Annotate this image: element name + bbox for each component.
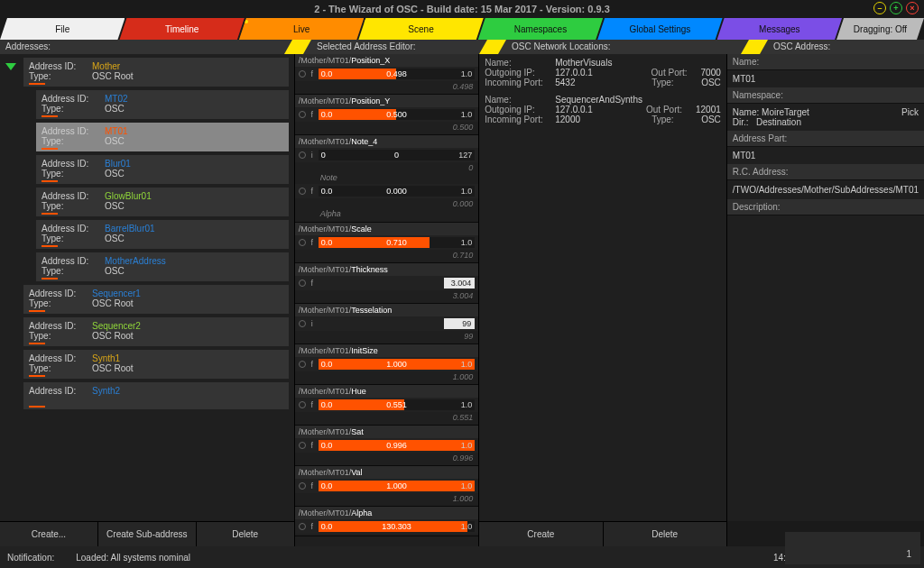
tab-namespaces[interactable]: Namespaces <box>478 18 603 40</box>
title-bar: 2 - The Wizard of OSC - Build date: 15 M… <box>0 0 924 18</box>
param-slider[interactable]: 0.01.0001.0 <box>319 359 476 370</box>
param-enable-radio[interactable] <box>299 111 306 118</box>
rc-address-label: R.C. Address: <box>727 164 924 180</box>
tab-global-settings[interactable]: Global Settings <box>597 18 722 40</box>
param-hue: /Mother/MT01/Huef0.00.5511.00.551 <box>295 385 479 426</box>
editor-header: Selected Address Editor: <box>311 40 506 54</box>
osc-name-label: Name: <box>727 54 924 70</box>
param-sat: /Mother/MT01/Satf0.00.9961.00.996 <box>295 426 479 466</box>
param-enable-radio[interactable] <box>299 279 306 287</box>
maximize-icon[interactable]: + <box>890 2 902 14</box>
minimize-icon[interactable]: – <box>873 2 886 14</box>
param-enable-radio[interactable] <box>299 482 306 490</box>
address-item[interactable]: Address ID:MT02Type:OSC <box>36 90 289 119</box>
param-slider[interactable]: 0.00.7101.0 <box>319 237 476 248</box>
notification-text: Loaded: All systems nominal <box>76 553 190 563</box>
param-initsize: /Mother/MT01/InitSizef0.01.0001.01.000 <box>295 344 479 385</box>
namespace-dir: Destination <box>756 117 801 127</box>
param-enable-radio[interactable] <box>299 401 306 408</box>
osc-address-panel: Name: MT01 Namespace: Name: MoireTarget … <box>727 54 924 546</box>
param-enable-radio[interactable] <box>299 361 306 368</box>
address-item[interactable]: Address ID:MotherAddressType:OSC <box>36 252 289 281</box>
tab-messages[interactable]: Messages <box>717 18 842 40</box>
pick-namespace-button[interactable]: Pick <box>901 107 919 127</box>
dragging-toggle[interactable]: Dragging: Off <box>836 18 924 40</box>
tab-file[interactable]: File <box>0 18 125 40</box>
address-item[interactable]: Address ID:Sequencer1Type:OSC Root <box>23 285 289 314</box>
param-position_x: /Mother/MT01/Position_Xf0.00.4981.00.498 <box>295 54 479 95</box>
param-slider[interactable]: 0.00.5511.0 <box>319 399 476 410</box>
page-indicator: 1 <box>785 532 920 564</box>
namespace-name: MoireTarget <box>762 107 809 117</box>
address-item[interactable]: Address ID:MotherType:OSC Root <box>23 58 289 87</box>
rc-address-value: /TWO/Addresses/Mother/SubAddresses/MT01 <box>727 180 924 199</box>
param-slider[interactable]: 0.00.9961.0 <box>319 440 476 451</box>
address-item[interactable]: Address ID:BarrelBlur01Type:OSC <box>36 220 289 249</box>
param-slider[interactable]: 00127 <box>319 150 476 160</box>
description-label: Description: <box>727 199 924 215</box>
tab-live[interactable]: Live <box>239 18 364 40</box>
address-part-label: Address Part: <box>727 131 924 147</box>
network-delete-button[interactable]: Delete <box>604 522 726 546</box>
tab-timeline[interactable]: Timeline <box>119 18 244 40</box>
network-location[interactable]: Name:SequencerAndSynthsOutgoing IP:127.0… <box>485 95 721 124</box>
window-title: 2 - The Wizard of OSC - Build date: 15 M… <box>314 4 610 14</box>
osc-address-header: OSC Address: <box>768 40 924 54</box>
param-scale: /Mother/MT01/Scalef0.00.7101.00.710 <box>295 223 479 263</box>
create-button[interactable]: Create... <box>0 522 98 546</box>
param-slider[interactable]: 0.01.0001.0 <box>319 481 476 491</box>
address-item[interactable]: Address ID:Blur01Type:OSC <box>36 155 289 184</box>
param-slider[interactable]: 0.0130.3031.0 <box>319 521 476 532</box>
address-item[interactable]: Address ID:Synth2 <box>23 382 289 409</box>
param-thickness: /Mother/MT01/Thicknessf3.0043.004 <box>295 263 479 304</box>
param-enable-radio[interactable] <box>299 320 306 327</box>
param-slider[interactable]: 0.00.4981.0 <box>319 69 476 79</box>
param-slider[interactable]: 0.00.0001.0 <box>319 186 476 197</box>
network-create-button[interactable]: Create <box>479 522 603 546</box>
param-note_4: /Mother/MT01/Note_4i001270Notef0.00.0001… <box>295 135 479 223</box>
param-enable-radio[interactable] <box>299 70 306 78</box>
address-item[interactable]: Address ID:Synth1Type:OSC Root <box>23 350 289 379</box>
addresses-panel: Address ID:MotherType:OSC RootAddress ID… <box>0 54 295 546</box>
addresses-header: Addresses: <box>0 40 311 54</box>
expand-icon[interactable] <box>5 63 16 70</box>
network-location[interactable]: Name:MotherVisualsOutgoing IP:127.0.0.1O… <box>485 58 721 87</box>
param-enable-radio[interactable] <box>299 442 306 449</box>
main-tabs: File Timeline Live Scene Namespaces Glob… <box>0 18 924 40</box>
create-subaddress-button[interactable]: Create Sub-address <box>98 522 197 546</box>
param-position_y: /Mother/MT01/Position_Yf0.00.5001.00.500 <box>295 95 479 135</box>
param-tesselation: /Mother/MT01/Tesselationi9999 <box>295 304 479 344</box>
param-val: /Mother/MT01/Valf0.01.0001.01.000 <box>295 466 479 507</box>
param-enable-radio[interactable] <box>299 188 306 195</box>
address-editor-panel: /Mother/MT01/Position_Xf0.00.4981.00.498… <box>295 54 480 546</box>
close-icon[interactable]: × <box>906 2 919 14</box>
network-header: OSC Network Locations: <box>506 40 768 54</box>
notification-label: Notification: <box>7 553 54 563</box>
param-numbox[interactable]: 99 <box>444 318 475 329</box>
tab-scene[interactable]: Scene <box>358 18 483 40</box>
address-item[interactable]: Address ID:Sequencer2Type:OSC Root <box>23 317 289 346</box>
param-alpha: /Mother/MT01/Alphaf0.0130.3031.0 <box>295 507 479 536</box>
osc-name-value[interactable]: MT01 <box>727 70 924 87</box>
network-panel: Name:MotherVisualsOutgoing IP:127.0.0.1O… <box>479 54 727 546</box>
param-enable-radio[interactable] <box>299 239 306 246</box>
param-slider[interactable]: 0.00.5001.0 <box>319 109 476 120</box>
delete-address-button[interactable]: Delete <box>197 522 294 546</box>
address-item[interactable]: Address ID:GlowBlur01Type:OSC <box>36 188 289 216</box>
address-part-value[interactable]: MT01 <box>727 147 924 164</box>
osc-namespace-label: Namespace: <box>727 87 924 104</box>
param-enable-radio[interactable] <box>299 523 306 530</box>
address-item[interactable]: Address ID:MT01Type:OSC <box>36 123 289 151</box>
param-numbox[interactable]: 3.004 <box>444 278 475 289</box>
param-enable-radio[interactable] <box>299 151 306 159</box>
